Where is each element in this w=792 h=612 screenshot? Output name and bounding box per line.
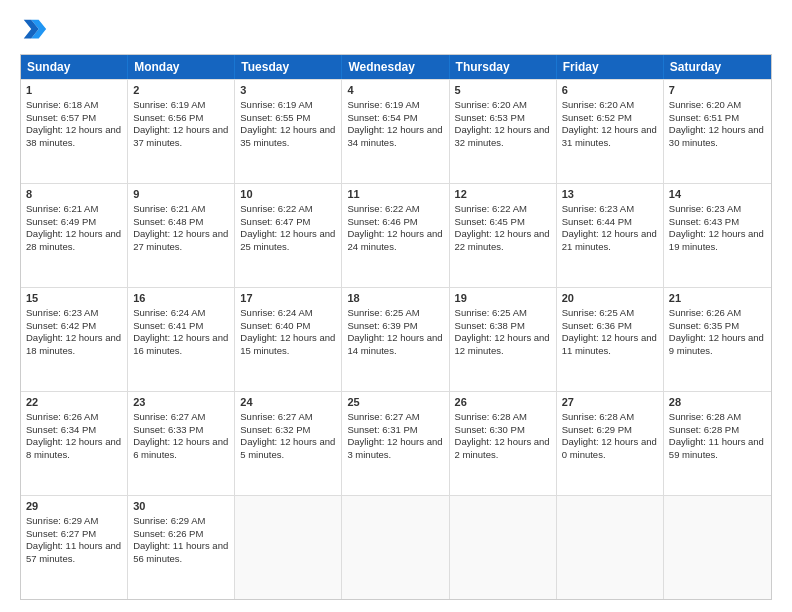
cal-cell-empty [235, 496, 342, 599]
cal-cell-empty [450, 496, 557, 599]
cal-cell-24: 24Sunrise: 6:27 AMSunset: 6:32 PMDayligh… [235, 392, 342, 495]
cal-cell-28: 28Sunrise: 6:28 AMSunset: 6:28 PMDayligh… [664, 392, 771, 495]
cal-cell-14: 14Sunrise: 6:23 AMSunset: 6:43 PMDayligh… [664, 184, 771, 287]
cal-cell-30: 30Sunrise: 6:29 AMSunset: 6:26 PMDayligh… [128, 496, 235, 599]
day-header-tuesday: Tuesday [235, 55, 342, 79]
calendar: SundayMondayTuesdayWednesdayThursdayFrid… [20, 54, 772, 600]
cal-cell-20: 20Sunrise: 6:25 AMSunset: 6:36 PMDayligh… [557, 288, 664, 391]
cal-cell-18: 18Sunrise: 6:25 AMSunset: 6:39 PMDayligh… [342, 288, 449, 391]
calendar-week-2: 8Sunrise: 6:21 AMSunset: 6:49 PMDaylight… [21, 183, 771, 287]
header [20, 16, 772, 44]
cal-cell-22: 22Sunrise: 6:26 AMSunset: 6:34 PMDayligh… [21, 392, 128, 495]
cal-cell-27: 27Sunrise: 6:28 AMSunset: 6:29 PMDayligh… [557, 392, 664, 495]
cal-cell-15: 15Sunrise: 6:23 AMSunset: 6:42 PMDayligh… [21, 288, 128, 391]
cal-cell-16: 16Sunrise: 6:24 AMSunset: 6:41 PMDayligh… [128, 288, 235, 391]
cal-cell-6: 6Sunrise: 6:20 AMSunset: 6:52 PMDaylight… [557, 80, 664, 183]
cal-cell-7: 7Sunrise: 6:20 AMSunset: 6:51 PMDaylight… [664, 80, 771, 183]
cal-cell-9: 9Sunrise: 6:21 AMSunset: 6:48 PMDaylight… [128, 184, 235, 287]
day-header-sunday: Sunday [21, 55, 128, 79]
cal-cell-21: 21Sunrise: 6:26 AMSunset: 6:35 PMDayligh… [664, 288, 771, 391]
day-header-friday: Friday [557, 55, 664, 79]
cal-cell-11: 11Sunrise: 6:22 AMSunset: 6:46 PMDayligh… [342, 184, 449, 287]
calendar-week-5: 29Sunrise: 6:29 AMSunset: 6:27 PMDayligh… [21, 495, 771, 599]
cal-cell-23: 23Sunrise: 6:27 AMSunset: 6:33 PMDayligh… [128, 392, 235, 495]
cal-cell-2: 2Sunrise: 6:19 AMSunset: 6:56 PMDaylight… [128, 80, 235, 183]
calendar-week-4: 22Sunrise: 6:26 AMSunset: 6:34 PMDayligh… [21, 391, 771, 495]
calendar-body: 1Sunrise: 6:18 AMSunset: 6:57 PMDaylight… [21, 79, 771, 599]
cal-cell-29: 29Sunrise: 6:29 AMSunset: 6:27 PMDayligh… [21, 496, 128, 599]
cal-cell-26: 26Sunrise: 6:28 AMSunset: 6:30 PMDayligh… [450, 392, 557, 495]
day-header-monday: Monday [128, 55, 235, 79]
cal-cell-25: 25Sunrise: 6:27 AMSunset: 6:31 PMDayligh… [342, 392, 449, 495]
cal-cell-1: 1Sunrise: 6:18 AMSunset: 6:57 PMDaylight… [21, 80, 128, 183]
cal-cell-empty [342, 496, 449, 599]
cal-cell-19: 19Sunrise: 6:25 AMSunset: 6:38 PMDayligh… [450, 288, 557, 391]
cal-cell-3: 3Sunrise: 6:19 AMSunset: 6:55 PMDaylight… [235, 80, 342, 183]
calendar-week-3: 15Sunrise: 6:23 AMSunset: 6:42 PMDayligh… [21, 287, 771, 391]
cal-cell-empty [557, 496, 664, 599]
cal-cell-12: 12Sunrise: 6:22 AMSunset: 6:45 PMDayligh… [450, 184, 557, 287]
calendar-header: SundayMondayTuesdayWednesdayThursdayFrid… [21, 55, 771, 79]
day-header-thursday: Thursday [450, 55, 557, 79]
logo-icon [20, 16, 48, 44]
day-header-saturday: Saturday [664, 55, 771, 79]
cal-cell-13: 13Sunrise: 6:23 AMSunset: 6:44 PMDayligh… [557, 184, 664, 287]
calendar-week-1: 1Sunrise: 6:18 AMSunset: 6:57 PMDaylight… [21, 79, 771, 183]
cal-cell-17: 17Sunrise: 6:24 AMSunset: 6:40 PMDayligh… [235, 288, 342, 391]
page: SundayMondayTuesdayWednesdayThursdayFrid… [0, 0, 792, 612]
cal-cell-5: 5Sunrise: 6:20 AMSunset: 6:53 PMDaylight… [450, 80, 557, 183]
cal-cell-8: 8Sunrise: 6:21 AMSunset: 6:49 PMDaylight… [21, 184, 128, 287]
logo [20, 16, 52, 44]
day-header-wednesday: Wednesday [342, 55, 449, 79]
cal-cell-4: 4Sunrise: 6:19 AMSunset: 6:54 PMDaylight… [342, 80, 449, 183]
cal-cell-10: 10Sunrise: 6:22 AMSunset: 6:47 PMDayligh… [235, 184, 342, 287]
cal-cell-empty [664, 496, 771, 599]
